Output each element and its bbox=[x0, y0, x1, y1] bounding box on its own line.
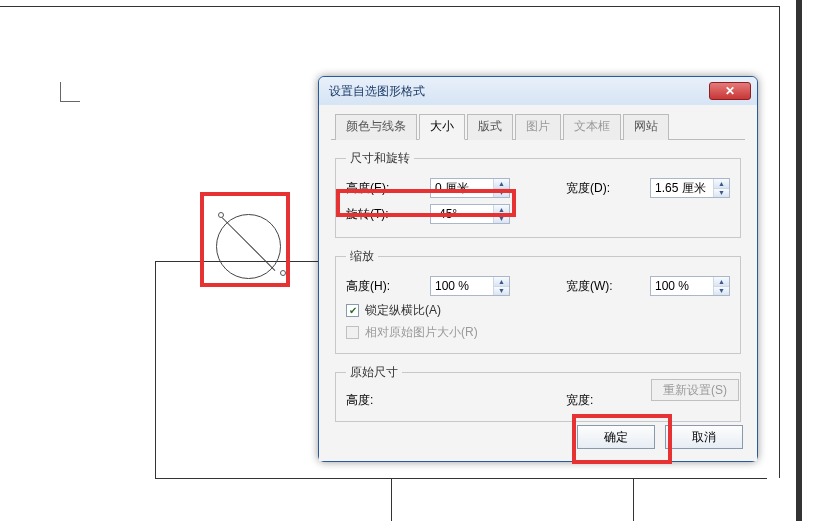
dialog-title: 设置自选图形格式 bbox=[329, 83, 709, 100]
tab-web[interactable]: 网站 bbox=[623, 114, 669, 140]
spin-up-icon[interactable]: ▲ bbox=[494, 205, 509, 214]
spin-down-icon[interactable]: ▼ bbox=[494, 286, 509, 296]
height-input[interactable] bbox=[431, 179, 493, 197]
width-spinner[interactable]: ▲▼ bbox=[650, 178, 730, 198]
spin-down-icon[interactable]: ▼ bbox=[714, 286, 729, 296]
label-scale-height: 高度(H): bbox=[346, 278, 424, 295]
group-scale: 缩放 高度(H): ▲▼ 宽度(W): ▲▼ ✔ 锁定纵横比(A) 相对原始 bbox=[335, 248, 741, 354]
legend-scale: 缩放 bbox=[346, 248, 378, 265]
ok-button[interactable]: 确定 bbox=[577, 425, 655, 449]
tab-layout[interactable]: 版式 bbox=[467, 114, 513, 140]
spin-up-icon[interactable]: ▲ bbox=[494, 277, 509, 286]
label-orig-width: 宽度: bbox=[566, 392, 644, 409]
rotation-input[interactable] bbox=[431, 205, 493, 223]
legend-original: 原始尺寸 bbox=[346, 364, 402, 381]
scale-width-input[interactable] bbox=[651, 277, 713, 295]
label-width: 宽度(D): bbox=[566, 180, 644, 197]
spin-up-icon[interactable]: ▲ bbox=[714, 277, 729, 286]
label-scale-width: 宽度(W): bbox=[566, 278, 644, 295]
reset-button: 重新设置(S) bbox=[651, 379, 739, 401]
close-icon: ✕ bbox=[725, 85, 735, 97]
tab-colors-lines[interactable]: 颜色与线条 bbox=[335, 114, 417, 140]
scale-width-spinner[interactable]: ▲▼ bbox=[650, 276, 730, 296]
checkbox-relative-original: 相对原始图片大小(R) bbox=[346, 321, 730, 343]
label-orig-height: 高度: bbox=[346, 392, 424, 409]
tab-picture: 图片 bbox=[515, 114, 561, 140]
label-relative-original: 相对原始图片大小(R) bbox=[365, 324, 478, 341]
tab-textbox: 文本框 bbox=[563, 114, 621, 140]
tab-size[interactable]: 大小 bbox=[419, 114, 465, 140]
spin-down-icon[interactable]: ▼ bbox=[714, 188, 729, 198]
label-rotation: 旋转(T): bbox=[346, 206, 424, 223]
close-button[interactable]: ✕ bbox=[709, 82, 751, 100]
label-height: 高度(E): bbox=[346, 180, 424, 197]
legend-size-rotate: 尺寸和旋转 bbox=[346, 150, 414, 167]
highlight-shape bbox=[200, 192, 290, 287]
group-size-rotate: 尺寸和旋转 高度(E): ▲▼ 宽度(D): ▲▼ 旋转(T): ▲▼ bbox=[335, 150, 741, 238]
spin-down-icon[interactable]: ▼ bbox=[494, 214, 509, 224]
format-autoshape-dialog: 设置自选图形格式 ✕ 颜色与线条 大小 版式 图片 文本框 网站 尺寸和旋转 高… bbox=[318, 76, 758, 462]
checkbox-icon: ✔ bbox=[346, 304, 359, 317]
tab-strip: 颜色与线条 大小 版式 图片 文本框 网站 bbox=[331, 113, 745, 140]
checkbox-lock-aspect[interactable]: ✔ 锁定纵横比(A) bbox=[346, 299, 730, 321]
spin-up-icon[interactable]: ▲ bbox=[714, 179, 729, 188]
scale-height-input[interactable] bbox=[431, 277, 493, 295]
scale-height-spinner[interactable]: ▲▼ bbox=[430, 276, 510, 296]
titlebar[interactable]: 设置自选图形格式 ✕ bbox=[319, 77, 757, 105]
label-lock-aspect: 锁定纵横比(A) bbox=[365, 302, 441, 319]
checkbox-icon bbox=[346, 326, 359, 339]
cancel-button[interactable]: 取消 bbox=[665, 425, 743, 449]
width-input[interactable] bbox=[651, 179, 713, 197]
spin-up-icon[interactable]: ▲ bbox=[494, 179, 509, 188]
circle-shape[interactable] bbox=[216, 214, 281, 279]
spin-down-icon[interactable]: ▼ bbox=[494, 188, 509, 198]
height-spinner[interactable]: ▲▼ bbox=[430, 178, 510, 198]
rotation-spinner[interactable]: ▲▼ bbox=[430, 204, 510, 224]
